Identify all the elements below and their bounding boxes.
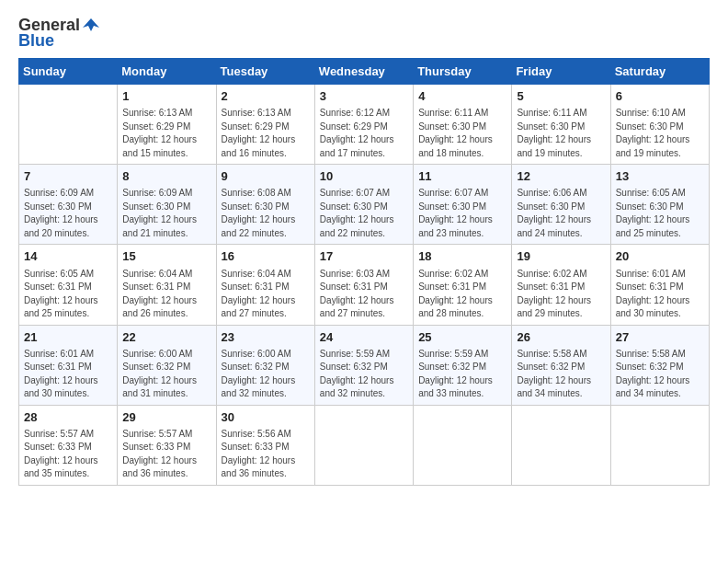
day-number: 20 <box>616 248 704 265</box>
day-number: 3 <box>320 88 408 105</box>
calendar-cell: 26Sunrise: 5:58 AM Sunset: 6:32 PM Dayli… <box>512 325 610 405</box>
day-number: 8 <box>122 168 210 185</box>
day-info: Sunrise: 6:02 AM Sunset: 6:31 PM Dayligh… <box>418 268 506 321</box>
calendar-cell: 22Sunrise: 6:00 AM Sunset: 6:32 PM Dayli… <box>118 325 216 405</box>
weekday-header-tuesday: Tuesday <box>216 59 314 85</box>
day-info: Sunrise: 6:06 AM Sunset: 6:30 PM Dayligh… <box>517 187 605 240</box>
day-info: Sunrise: 5:56 AM Sunset: 6:33 PM Dayligh… <box>222 428 310 481</box>
day-number: 27 <box>616 329 704 346</box>
day-info: Sunrise: 6:13 AM Sunset: 6:29 PM Dayligh… <box>222 107 310 160</box>
day-number: 9 <box>222 168 310 185</box>
calendar-cell: 14Sunrise: 6:05 AM Sunset: 6:31 PM Dayli… <box>19 245 118 325</box>
logo-blue: Blue <box>18 31 54 51</box>
calendar-cell: 28Sunrise: 5:57 AM Sunset: 6:33 PM Dayli… <box>19 405 118 485</box>
calendar-cell: 7Sunrise: 6:09 AM Sunset: 6:30 PM Daylig… <box>19 165 118 245</box>
calendar-cell <box>414 405 512 485</box>
day-info: Sunrise: 5:58 AM Sunset: 6:32 PM Dayligh… <box>517 348 605 401</box>
day-info: Sunrise: 6:11 AM Sunset: 6:30 PM Dayligh… <box>418 107 506 160</box>
calendar-cell: 8Sunrise: 6:09 AM Sunset: 6:30 PM Daylig… <box>118 165 216 245</box>
day-number: 14 <box>24 248 112 265</box>
calendar-cell: 9Sunrise: 6:08 AM Sunset: 6:30 PM Daylig… <box>216 165 314 245</box>
day-number: 19 <box>517 248 605 265</box>
svg-marker-0 <box>83 18 99 31</box>
day-number: 13 <box>616 168 704 185</box>
calendar-cell: 13Sunrise: 6:05 AM Sunset: 6:30 PM Dayli… <box>610 165 709 245</box>
weekday-header-thursday: Thursday <box>414 59 512 85</box>
calendar-cell <box>610 405 709 485</box>
calendar-cell: 25Sunrise: 5:59 AM Sunset: 6:32 PM Dayli… <box>414 325 512 405</box>
calendar-cell: 30Sunrise: 5:56 AM Sunset: 6:33 PM Dayli… <box>216 405 314 485</box>
day-number: 12 <box>517 168 605 185</box>
day-info: Sunrise: 6:05 AM Sunset: 6:31 PM Dayligh… <box>24 268 112 321</box>
day-info: Sunrise: 6:13 AM Sunset: 6:29 PM Dayligh… <box>122 107 210 160</box>
day-info: Sunrise: 6:05 AM Sunset: 6:30 PM Dayligh… <box>616 187 704 240</box>
day-number: 29 <box>122 409 210 426</box>
day-number: 1 <box>122 88 210 105</box>
page-header: General Blue <box>18 15 710 51</box>
weekday-header-sunday: Sunday <box>19 59 118 85</box>
day-info: Sunrise: 6:11 AM Sunset: 6:30 PM Dayligh… <box>517 107 605 160</box>
day-info: Sunrise: 5:59 AM Sunset: 6:32 PM Dayligh… <box>320 348 408 401</box>
calendar-cell: 2Sunrise: 6:13 AM Sunset: 6:29 PM Daylig… <box>216 85 314 165</box>
calendar-cell: 3Sunrise: 6:12 AM Sunset: 6:29 PM Daylig… <box>314 85 413 165</box>
day-number: 17 <box>320 248 408 265</box>
calendar-cell: 23Sunrise: 6:00 AM Sunset: 6:32 PM Dayli… <box>216 325 314 405</box>
day-number: 2 <box>222 88 310 105</box>
day-number: 28 <box>24 409 112 426</box>
calendar-cell: 20Sunrise: 6:01 AM Sunset: 6:31 PM Dayli… <box>610 245 709 325</box>
day-info: Sunrise: 6:07 AM Sunset: 6:30 PM Dayligh… <box>320 187 408 240</box>
day-info: Sunrise: 5:59 AM Sunset: 6:32 PM Dayligh… <box>418 348 506 401</box>
day-info: Sunrise: 6:00 AM Sunset: 6:32 PM Dayligh… <box>222 348 310 401</box>
day-number: 10 <box>320 168 408 185</box>
day-info: Sunrise: 6:07 AM Sunset: 6:30 PM Dayligh… <box>418 187 506 240</box>
calendar-cell: 19Sunrise: 6:02 AM Sunset: 6:31 PM Dayli… <box>512 245 610 325</box>
week-row-4: 21Sunrise: 6:01 AM Sunset: 6:31 PM Dayli… <box>19 325 710 405</box>
day-number: 30 <box>222 409 310 426</box>
week-row-5: 28Sunrise: 5:57 AM Sunset: 6:33 PM Dayli… <box>19 405 710 485</box>
day-number: 11 <box>418 168 506 185</box>
day-number: 22 <box>122 329 210 346</box>
day-info: Sunrise: 6:09 AM Sunset: 6:30 PM Dayligh… <box>122 187 210 240</box>
day-info: Sunrise: 6:04 AM Sunset: 6:31 PM Dayligh… <box>222 268 310 321</box>
calendar-cell: 11Sunrise: 6:07 AM Sunset: 6:30 PM Dayli… <box>414 165 512 245</box>
week-row-2: 7Sunrise: 6:09 AM Sunset: 6:30 PM Daylig… <box>19 165 710 245</box>
day-number: 26 <box>517 329 605 346</box>
day-number: 16 <box>222 248 310 265</box>
day-number: 23 <box>222 329 310 346</box>
day-info: Sunrise: 6:01 AM Sunset: 6:31 PM Dayligh… <box>616 268 704 321</box>
day-info: Sunrise: 6:10 AM Sunset: 6:30 PM Dayligh… <box>616 107 704 160</box>
calendar-table: SundayMondayTuesdayWednesdayThursdayFrid… <box>18 58 710 486</box>
day-info: Sunrise: 6:04 AM Sunset: 6:31 PM Dayligh… <box>122 268 210 321</box>
calendar-cell <box>314 405 413 485</box>
calendar-cell <box>19 85 118 165</box>
calendar-cell: 27Sunrise: 5:58 AM Sunset: 6:32 PM Dayli… <box>610 325 709 405</box>
day-info: Sunrise: 5:57 AM Sunset: 6:33 PM Dayligh… <box>24 428 112 481</box>
calendar-cell: 15Sunrise: 6:04 AM Sunset: 6:31 PM Dayli… <box>118 245 216 325</box>
day-number: 15 <box>122 248 210 265</box>
day-number: 6 <box>616 88 704 105</box>
calendar-cell: 29Sunrise: 5:57 AM Sunset: 6:33 PM Dayli… <box>118 405 216 485</box>
calendar-cell <box>512 405 610 485</box>
calendar-cell: 6Sunrise: 6:10 AM Sunset: 6:30 PM Daylig… <box>610 85 709 165</box>
day-number: 7 <box>24 168 112 185</box>
day-info: Sunrise: 6:01 AM Sunset: 6:31 PM Dayligh… <box>24 348 112 401</box>
calendar-cell: 4Sunrise: 6:11 AM Sunset: 6:30 PM Daylig… <box>414 85 512 165</box>
day-info: Sunrise: 6:02 AM Sunset: 6:31 PM Dayligh… <box>517 268 605 321</box>
calendar-cell: 21Sunrise: 6:01 AM Sunset: 6:31 PM Dayli… <box>19 325 118 405</box>
day-info: Sunrise: 6:12 AM Sunset: 6:29 PM Dayligh… <box>320 107 408 160</box>
day-info: Sunrise: 5:57 AM Sunset: 6:33 PM Dayligh… <box>122 428 210 481</box>
day-info: Sunrise: 6:09 AM Sunset: 6:30 PM Dayligh… <box>24 187 112 240</box>
day-info: Sunrise: 5:58 AM Sunset: 6:32 PM Dayligh… <box>616 348 704 401</box>
day-number: 5 <box>517 88 605 105</box>
week-row-3: 14Sunrise: 6:05 AM Sunset: 6:31 PM Dayli… <box>19 245 710 325</box>
weekday-header-friday: Friday <box>512 59 610 85</box>
week-row-1: 1Sunrise: 6:13 AM Sunset: 6:29 PM Daylig… <box>19 85 710 165</box>
day-number: 4 <box>418 88 506 105</box>
day-number: 21 <box>24 329 112 346</box>
day-number: 25 <box>418 329 506 346</box>
calendar-cell: 10Sunrise: 6:07 AM Sunset: 6:30 PM Dayli… <box>314 165 413 245</box>
calendar-cell: 16Sunrise: 6:04 AM Sunset: 6:31 PM Dayli… <box>216 245 314 325</box>
logo: General Blue <box>18 15 101 51</box>
calendar-cell: 17Sunrise: 6:03 AM Sunset: 6:31 PM Dayli… <box>314 245 413 325</box>
calendar-cell: 5Sunrise: 6:11 AM Sunset: 6:30 PM Daylig… <box>512 85 610 165</box>
